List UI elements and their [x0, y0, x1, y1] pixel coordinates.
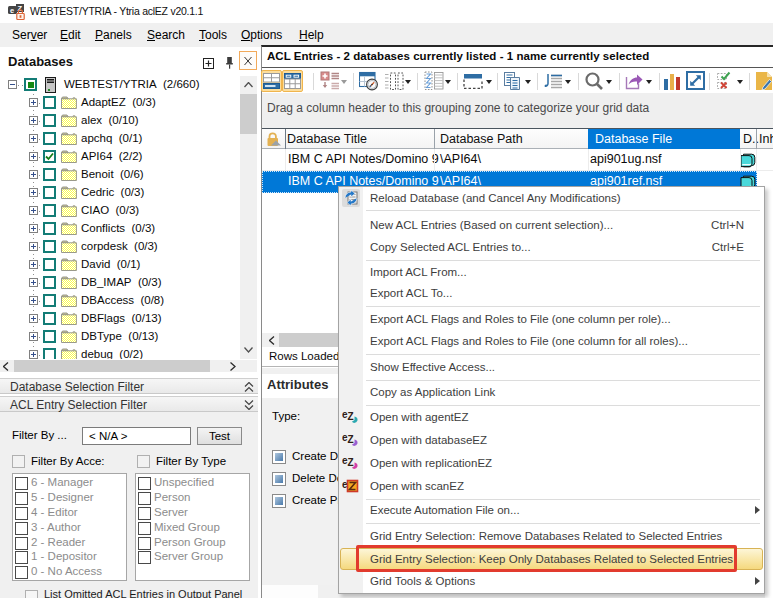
svg-text:Z: Z — [348, 457, 354, 468]
svg-text:Z: Z — [348, 434, 354, 445]
svg-text:Z: Z — [348, 411, 354, 422]
svg-text:e: e — [10, 6, 14, 15]
